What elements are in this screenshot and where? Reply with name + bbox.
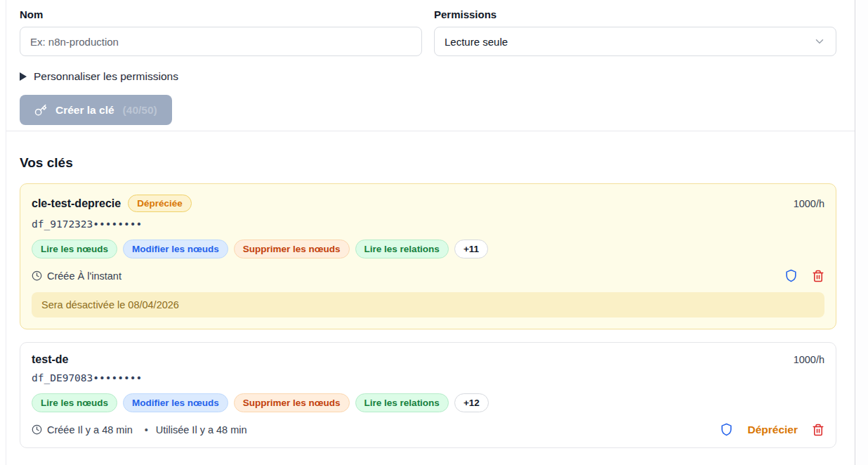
- masked-api-key: df_9172323••••••••: [32, 218, 824, 230]
- name-label: Nom: [20, 8, 422, 20]
- shield-icon[interactable]: [720, 423, 733, 436]
- customize-permissions-label: Personnaliser les permissions: [34, 70, 178, 83]
- trash-icon[interactable]: [812, 270, 824, 282]
- permission-badges: Lire les nœudsModifier les nœudsSupprime…: [32, 240, 824, 258]
- permission-badge: +12: [454, 393, 489, 412]
- permission-badge: Lire les nœuds: [32, 393, 117, 412]
- section-divider: [6, 131, 855, 131]
- clock-icon: [32, 270, 42, 281]
- permission-badge: Modifier les nœuds: [123, 240, 228, 258]
- rate-limit: 1000/h: [794, 198, 824, 209]
- deprecated-status-badge: Dépréciée: [128, 195, 192, 212]
- api-key-card-deprecated: cle-test-deprecie Dépréciée 1000/h df_91…: [20, 183, 836, 329]
- api-key-card-active: test-de 1000/h df_DE97083•••••••• Lire l…: [20, 342, 836, 448]
- deactivation-warning: Sera désactivée le 08/04/2026: [32, 292, 824, 317]
- permission-badge: Supprimer les nœuds: [234, 240, 350, 258]
- permission-badges: Lire les nœudsModifier les nœudsSupprime…: [32, 393, 824, 412]
- created-at-text: Créée Il y a 48 min: [47, 424, 133, 435]
- trash-icon[interactable]: [812, 424, 824, 436]
- create-key-button-label: Créer la clé: [55, 104, 114, 117]
- your-keys-title: Vos clés: [20, 155, 836, 171]
- masked-api-key: df_DE97083••••••••: [32, 372, 824, 384]
- permission-badge: Lire les relations: [355, 240, 449, 258]
- customize-permissions-toggle[interactable]: Personnaliser les permissions: [20, 70, 836, 83]
- permission-badge: Lire les nœuds: [32, 240, 117, 258]
- rate-limit: 1000/h: [794, 354, 824, 365]
- last-used-text: Utilisée Il y a 48 min: [156, 424, 247, 435]
- name-input[interactable]: [20, 27, 422, 56]
- create-key-button[interactable]: Créer la clé (40/50): [20, 95, 172, 125]
- permission-badge: +11: [454, 240, 488, 258]
- key-name: test-de: [32, 353, 68, 366]
- permission-badge: Modifier les nœuds: [123, 393, 228, 412]
- created-at-text: Créée À l'instant: [47, 270, 121, 282]
- permission-badge: Supprimer les nœuds: [234, 393, 350, 412]
- permissions-select-value: Lecture seule: [445, 36, 508, 48]
- key-quota-count: (40/50): [123, 104, 157, 117]
- chevron-down-icon: [813, 35, 826, 48]
- key-name: cle-test-deprecie: [32, 197, 121, 210]
- key-icon: [34, 104, 47, 117]
- permissions-label: Permissions: [434, 8, 836, 20]
- scrollbar-track[interactable]: [855, 0, 868, 465]
- permissions-select[interactable]: Lecture seule: [434, 27, 836, 56]
- shield-icon[interactable]: [784, 269, 798, 282]
- api-keys-panel: Nom Permissions Lecture seule Personnali…: [6, 0, 855, 465]
- clock-icon: [32, 424, 42, 435]
- create-key-form: Nom Permissions Lecture seule: [20, 8, 836, 56]
- collapsed-triangle-icon: [20, 72, 27, 81]
- meta-separator: •: [145, 424, 148, 435]
- deprecate-button[interactable]: Déprécier: [747, 424, 798, 436]
- permission-badge: Lire les relations: [355, 393, 449, 412]
